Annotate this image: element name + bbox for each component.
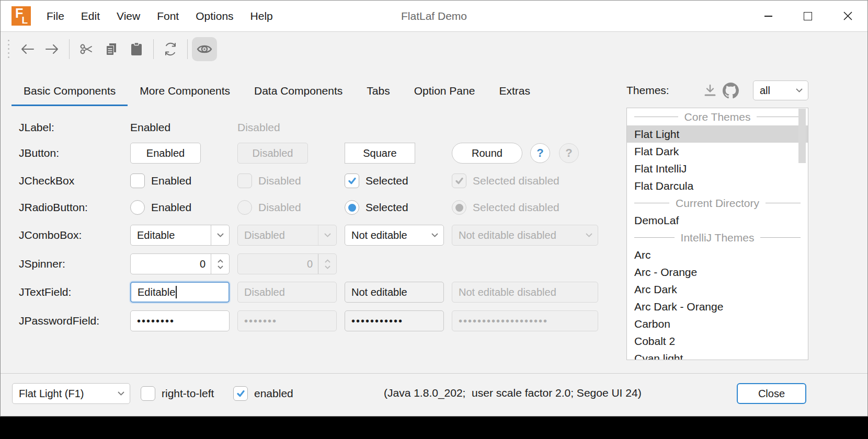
spinner-enabled[interactable]: 0 bbox=[130, 253, 230, 274]
theme-item-arc-orange[interactable]: Arc - Orange bbox=[627, 263, 808, 281]
cut-scissors-icon bbox=[79, 42, 93, 56]
theme-item-carbon[interactable]: Carbon bbox=[627, 315, 808, 332]
chevron-down-icon[interactable] bbox=[426, 233, 443, 237]
tab-extras[interactable]: Extras bbox=[487, 78, 542, 106]
jlabel-enabled: Enabled bbox=[130, 121, 170, 134]
checkbox-selected-disabled: Selected disabled bbox=[452, 174, 603, 188]
toolbar bbox=[1, 32, 867, 65]
app-logo-icon: F L bbox=[12, 6, 31, 26]
back-button[interactable] bbox=[15, 37, 40, 61]
theme-item-flat-dark[interactable]: Flat Dark bbox=[627, 143, 808, 160]
app-window: F L File Edit View Font Options Help Fla… bbox=[0, 0, 868, 417]
row-label: JPasswordField: bbox=[19, 315, 130, 327]
radio-icon bbox=[237, 200, 252, 215]
checkbox-checked-icon[interactable] bbox=[345, 174, 359, 188]
jbutton-square[interactable]: Square bbox=[345, 143, 415, 164]
chevron-down-icon[interactable] bbox=[790, 88, 808, 93]
refresh-icon bbox=[164, 42, 177, 56]
themes-filter-combobox[interactable]: all bbox=[753, 80, 808, 100]
tab-data-components[interactable]: Data Components bbox=[242, 78, 355, 106]
radio-icon[interactable] bbox=[130, 200, 145, 215]
textfield-disabled: Disabled bbox=[237, 282, 337, 303]
combobox-disabled: Disabled bbox=[237, 225, 337, 246]
passwordfield-not-editable: ••••••••••• bbox=[345, 310, 444, 331]
theme-item-arc-dark[interactable]: Arc Dark bbox=[627, 281, 808, 298]
theme-item-cyan-light[interactable]: Cyan light bbox=[627, 350, 808, 360]
theme-item-demolaf[interactable]: DemoLaf bbox=[627, 212, 808, 229]
paste-button[interactable] bbox=[124, 37, 149, 61]
row-label: JRadioButton: bbox=[19, 201, 130, 214]
tab-option-pane[interactable]: Option Pane bbox=[402, 78, 487, 106]
theme-item-flat-light[interactable]: Flat Light bbox=[627, 125, 808, 143]
close-window-button[interactable] bbox=[828, 1, 867, 31]
minimize-button[interactable] bbox=[748, 1, 788, 31]
menu-help[interactable]: Help bbox=[242, 1, 281, 31]
theme-item-flat-darcula[interactable]: Flat Darcula bbox=[627, 177, 808, 194]
passwordfield-enabled[interactable]: •••••••• bbox=[130, 310, 230, 331]
theme-item-arc[interactable]: Arc bbox=[627, 246, 808, 263]
jbutton-round[interactable]: Round bbox=[452, 143, 522, 164]
forward-arrow-icon bbox=[45, 43, 60, 55]
menu-options[interactable]: Options bbox=[187, 1, 242, 31]
checkbox-enabled[interactable]: Enabled bbox=[130, 174, 237, 188]
menu-view[interactable]: View bbox=[108, 1, 149, 31]
tab-more-components[interactable]: More Components bbox=[128, 78, 242, 106]
checkbox-icon[interactable] bbox=[141, 386, 155, 401]
theme-item-flat-intellij[interactable]: Flat IntelliJ bbox=[627, 160, 808, 177]
chevron-down-icon[interactable] bbox=[112, 391, 130, 396]
textfield-editable[interactable]: Editable bbox=[130, 282, 230, 303]
radio-disabled: Disabled bbox=[237, 200, 345, 215]
chevron-down-icon[interactable] bbox=[211, 233, 229, 237]
menu-edit[interactable]: Edit bbox=[73, 1, 108, 31]
back-arrow-icon bbox=[20, 43, 35, 55]
theme-item-arc-dark-orange[interactable]: Arc Dark - Orange bbox=[627, 298, 808, 315]
laf-combobox[interactable]: Flat Light (F1) bbox=[12, 383, 130, 404]
cut-button[interactable] bbox=[74, 37, 99, 61]
jcheckbox-row: JCheckBox Enabled Disabled Selected Sele… bbox=[19, 170, 603, 191]
themes-scrollbar-thumb[interactable] bbox=[798, 109, 806, 163]
download-icon bbox=[703, 84, 717, 97]
close-button[interactable]: Close bbox=[737, 383, 806, 404]
window-controls bbox=[748, 1, 867, 31]
textfield-not-editable-disabled: Not editable disabled bbox=[452, 282, 598, 303]
chevron-down-icon bbox=[325, 265, 330, 269]
enabled-checkbox[interactable]: enabled bbox=[233, 386, 293, 401]
checkbox-checked-icon[interactable] bbox=[233, 386, 248, 401]
radio-selected[interactable]: Selected bbox=[345, 200, 452, 215]
toolbar-grip-handle[interactable] bbox=[8, 40, 9, 58]
forward-button[interactable] bbox=[40, 37, 65, 61]
github-link-button[interactable] bbox=[721, 80, 741, 101]
theme-item-cobalt-2[interactable]: Cobalt 2 bbox=[627, 332, 808, 350]
menu-file[interactable]: File bbox=[38, 1, 73, 31]
jpasswordfield-row: JPasswordField: •••••••• ••••••• •••••••… bbox=[19, 310, 603, 331]
copy-icon bbox=[105, 42, 118, 56]
show-hidden-toggle-button[interactable] bbox=[192, 37, 217, 61]
refresh-button[interactable] bbox=[158, 37, 183, 61]
radio-selected-disabled: Selected disabled bbox=[452, 200, 603, 215]
spinner-arrows[interactable] bbox=[211, 259, 229, 269]
tab-basic-components[interactable]: Basic Components bbox=[12, 78, 128, 106]
eye-icon bbox=[197, 43, 212, 55]
download-themes-button[interactable] bbox=[700, 80, 721, 101]
radio-enabled[interactable]: Enabled bbox=[130, 200, 237, 215]
tab-tabs[interactable]: Tabs bbox=[355, 78, 402, 106]
jbutton-enabled[interactable]: Enabled bbox=[130, 143, 201, 164]
jlabel-disabled: Disabled bbox=[237, 121, 280, 134]
row-label: JLabel: bbox=[19, 121, 130, 134]
copy-button[interactable] bbox=[99, 37, 124, 61]
chevron-up-icon bbox=[218, 259, 223, 263]
spinner-disabled: 0 bbox=[237, 253, 337, 274]
checkbox-icon[interactable] bbox=[130, 174, 145, 188]
radio-selected-icon[interactable] bbox=[345, 200, 359, 215]
github-icon bbox=[723, 83, 739, 99]
passwordfield-disabled: ••••••• bbox=[237, 310, 337, 331]
right-to-left-checkbox[interactable]: right-to-left bbox=[141, 386, 214, 401]
combobox-not-editable[interactable]: Not editable bbox=[345, 225, 444, 246]
themes-group-separator: Core Themes bbox=[627, 108, 808, 125]
row-label: JCheckBox bbox=[19, 175, 130, 187]
maximize-button[interactable] bbox=[788, 1, 828, 31]
checkbox-selected[interactable]: Selected bbox=[345, 174, 452, 188]
combobox-editable[interactable]: Editable bbox=[130, 225, 230, 246]
menu-font[interactable]: Font bbox=[149, 1, 187, 31]
help-button[interactable]: ? bbox=[530, 143, 550, 163]
